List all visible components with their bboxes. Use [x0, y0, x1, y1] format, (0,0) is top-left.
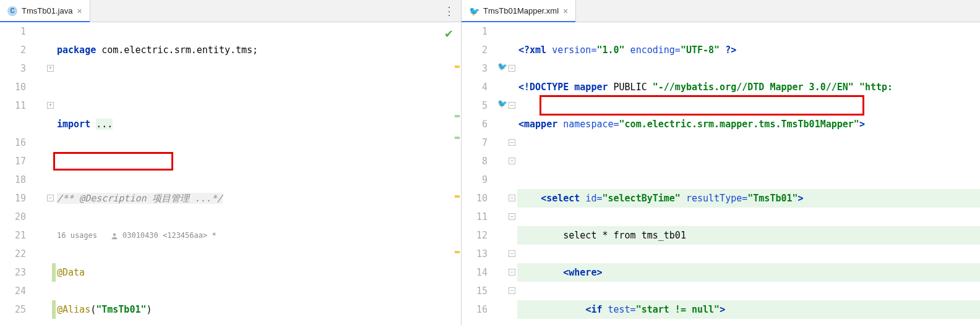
close-icon[interactable]: × [563, 6, 568, 16]
java-class-icon: C [7, 6, 17, 16]
fold-toggle[interactable]: − [509, 195, 515, 201]
fold-toggle[interactable]: + [47, 65, 54, 72]
fold-toggle[interactable]: − [509, 102, 515, 109]
left-code[interactable]: package com.electric.srm.entity.tms; imp… [56, 22, 461, 325]
right-editor-pane: 🐦 TmsTb01Mapper.xml × 1 2 3 4 5 6 7 8 9 … [462, 0, 980, 325]
fold-toggle[interactable]: − [509, 269, 515, 276]
close-icon[interactable]: × [77, 6, 82, 16]
right-code[interactable]: <?xml version="1.0" encoding="UTF-8" ?> … [517, 22, 980, 325]
right-gutter: 1 2 3 4 5 6 7 8 9 10 11 12 13 14 15 16 [462, 22, 496, 325]
mybatis-xml-icon: 🐦 [469, 6, 479, 16]
mybatis-gutter-icon[interactable]: 🐦 [497, 99, 510, 111]
fold-toggle[interactable]: − [509, 158, 515, 164]
left-gutter: 1 2 3 10 11 16 17 18 19 20 21 22 23 24 2… [0, 22, 35, 325]
fold-toggle[interactable]: − [509, 287, 515, 294]
tab-tmstb01mapper-xml[interactable]: 🐦 TmsTb01Mapper.xml × [462, 0, 576, 22]
tab-label: TmsTb01Mapper.xml [483, 6, 559, 15]
left-editor-pane: C TmsTb01.java × ⋮ 1 2 3 10 11 16 17 18 … [0, 0, 462, 325]
left-code-editor[interactable]: 1 2 3 10 11 16 17 18 19 20 21 22 23 24 2… [0, 22, 461, 325]
tab-label: TmsTb01.java [22, 6, 72, 15]
right-tabbar: 🐦 TmsTb01Mapper.xml × [462, 0, 980, 22]
right-code-editor[interactable]: 1 2 3 4 5 6 7 8 9 10 11 12 13 14 15 16 🐦… [462, 22, 980, 325]
left-error-stripe[interactable] [453, 22, 461, 325]
mybatis-gutter-icon[interactable]: 🐦 [497, 62, 510, 74]
fold-toggle[interactable]: − [509, 65, 515, 72]
ide-split-view: C TmsTb01.java × ⋮ 1 2 3 10 11 16 17 18 … [0, 0, 980, 325]
fold-toggle[interactable]: − [47, 195, 54, 201]
fold-toggle[interactable]: − [509, 250, 515, 257]
svg-point-0 [113, 233, 116, 236]
fold-toggle[interactable]: − [509, 139, 515, 146]
fold-toggle[interactable]: − [509, 213, 515, 220]
fold-toggle[interactable]: + [47, 102, 54, 109]
tab-menu-icon[interactable]: ⋮ [444, 4, 455, 18]
left-tabbar: C TmsTb01.java × ⋮ [0, 0, 461, 22]
highlight-box-select [539, 95, 864, 116]
right-fold-marks: 🐦 🐦 − − − − − − − − − [496, 22, 517, 325]
inspection-ok-icon[interactable]: ✔ [444, 27, 453, 41]
author-icon [111, 232, 118, 240]
tab-tmstb01-java[interactable]: C TmsTb01.java × [0, 0, 90, 22]
